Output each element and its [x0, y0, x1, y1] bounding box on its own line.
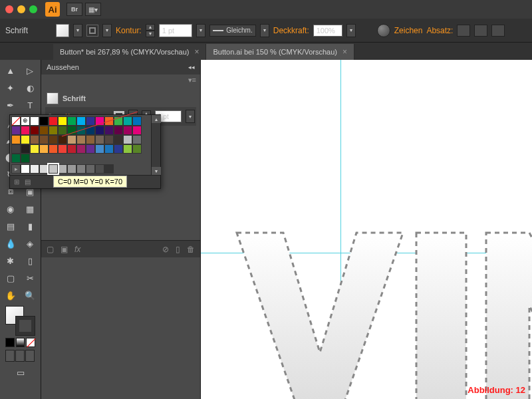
color-swatch[interactable] — [39, 144, 49, 154]
blend-tool[interactable]: ◈ — [21, 235, 40, 251]
color-swatch[interactable] — [49, 126, 58, 135]
stroke-down[interactable]: ▾ — [146, 31, 155, 37]
arrange-button[interactable]: ▦▾ — [85, 3, 101, 16]
direct-selection-tool[interactable]: ▷ — [21, 63, 40, 78]
registration-swatch[interactable]: ⊕ — [21, 116, 30, 126]
color-swatch[interactable] — [11, 144, 21, 154]
align-right[interactable] — [491, 25, 505, 37]
dash-style[interactable]: Gleichm. — [209, 25, 256, 37]
align-left[interactable] — [457, 25, 470, 37]
gradient-tool[interactable]: ▮ — [21, 218, 40, 234]
color-swatch[interactable] — [132, 135, 142, 144]
color-swatch[interactable] — [58, 144, 67, 154]
gradient-mode[interactable] — [16, 338, 25, 347]
color-swatch[interactable] — [114, 135, 123, 144]
scroll-up-icon[interactable]: ▴ — [152, 115, 161, 123]
color-swatch[interactable] — [114, 144, 123, 154]
swatch-library-icon[interactable]: ⊞ — [14, 178, 19, 186]
close-icon[interactable]: × — [342, 47, 347, 57]
color-swatch[interactable] — [58, 126, 67, 135]
color-swatch[interactable] — [21, 135, 30, 144]
artwork-text[interactable] — [223, 206, 532, 399]
opacity-input[interactable]: 100% — [313, 25, 342, 37]
new-fill-icon[interactable]: ▢ — [47, 245, 54, 254]
gray-swatch[interactable] — [67, 164, 76, 174]
color-swatch[interactable] — [21, 144, 30, 154]
none-mode[interactable] — [26, 338, 35, 347]
zoom-window[interactable] — [29, 5, 37, 13]
stroke-dropdown[interactable]: ▾ — [102, 24, 112, 37]
color-swatch[interactable] — [95, 144, 104, 154]
color-swatch[interactable] — [11, 135, 21, 144]
color-swatch[interactable] — [104, 126, 114, 135]
pen-tool[interactable]: ✒ — [1, 97, 20, 113]
column-graph-tool[interactable]: ▯ — [21, 253, 40, 269]
scroll-down-icon[interactable]: ▾ — [152, 167, 161, 175]
color-swatch[interactable] — [76, 144, 86, 154]
eyedropper-tool[interactable]: 💧 — [1, 235, 20, 251]
gray-swatch[interactable] — [86, 164, 95, 174]
color-swatch[interactable] — [67, 116, 76, 126]
color-swatch[interactable] — [30, 144, 39, 154]
slice-tool[interactable]: ✂ — [21, 270, 40, 286]
stroke-up[interactable]: ▴ — [146, 24, 155, 31]
draw-behind[interactable] — [15, 350, 25, 362]
gray-swatch[interactable] — [21, 164, 30, 174]
stroke-weight-dropdown[interactable]: ▾ — [196, 24, 205, 37]
canvas[interactable]: Abbildung: 12 — [201, 60, 532, 399]
magic-wand-tool[interactable]: ✦ — [1, 80, 20, 96]
paragraph-label[interactable]: Absatz: — [426, 26, 453, 35]
fill-dropdown[interactable]: ▾ — [73, 24, 82, 37]
bridge-button[interactable]: Br — [66, 3, 82, 16]
screen-mode[interactable]: ▭ — [1, 364, 39, 380]
artboard-tool[interactable]: ▢ — [1, 270, 20, 286]
fill-stroke-indicator[interactable] — [5, 306, 35, 335]
draw-normal[interactable] — [5, 350, 15, 362]
gray-swatch[interactable] — [58, 164, 67, 174]
opacity-label[interactable]: Deckkraft: — [273, 26, 309, 35]
color-swatch[interactable] — [67, 144, 76, 154]
color-swatch[interactable] — [123, 144, 132, 154]
draw-inside[interactable] — [25, 350, 35, 362]
color-swatch[interactable] — [123, 135, 132, 144]
gray-swatch[interactable] — [30, 164, 39, 174]
stroke-weight-input[interactable]: 1 pt — [159, 24, 192, 37]
color-swatch[interactable] — [95, 126, 104, 135]
fx-icon[interactable]: fx — [74, 245, 80, 254]
color-swatch[interactable] — [30, 126, 39, 135]
stroke-label[interactable]: Kontur: — [116, 26, 142, 35]
recolor-button[interactable] — [377, 24, 390, 37]
color-swatch[interactable] — [114, 126, 123, 135]
color-swatch[interactable] — [104, 144, 114, 154]
clear-icon[interactable]: ⊘ — [162, 245, 169, 254]
close-window[interactable] — [5, 5, 13, 13]
selection-tool[interactable]: ▲ — [1, 63, 20, 78]
gray-swatch[interactable] — [104, 164, 114, 174]
new-stroke-icon[interactable]: ▣ — [61, 245, 68, 254]
close-icon[interactable]: × — [194, 47, 199, 57]
color-swatch[interactable] — [86, 116, 95, 126]
color-swatch[interactable] — [21, 126, 30, 135]
lasso-tool[interactable]: ◐ — [21, 80, 40, 96]
minimize-window[interactable] — [17, 5, 25, 13]
color-swatch[interactable] — [86, 144, 95, 154]
color-swatch[interactable] — [49, 135, 58, 144]
color-swatch[interactable] — [49, 116, 58, 126]
color-swatch[interactable] — [76, 116, 86, 126]
color-swatch[interactable] — [67, 135, 76, 144]
folder-icon[interactable]: ▸ — [11, 164, 21, 174]
color-swatch[interactable] — [76, 135, 86, 144]
color-swatch[interactable] — [21, 154, 30, 163]
perspective-tool[interactable]: ▦ — [21, 201, 40, 217]
swatch-scrollbar[interactable]: ▴ ▾ — [151, 115, 160, 175]
color-swatch[interactable] — [39, 126, 49, 135]
dash-dropdown[interactable]: ▾ — [260, 24, 269, 37]
color-swatch[interactable] — [95, 135, 104, 144]
panel-collapse-icon[interactable]: ◂◂ — [188, 64, 195, 70]
align-center[interactable] — [474, 25, 487, 37]
symbol-sprayer-tool[interactable]: ✱ — [1, 253, 20, 269]
color-swatch[interactable] — [30, 135, 39, 144]
color-swatch[interactable] — [104, 135, 114, 144]
swatch-menu-icon[interactable]: ▤ — [25, 178, 31, 186]
zoom-tool[interactable]: 🔍 — [21, 287, 40, 303]
